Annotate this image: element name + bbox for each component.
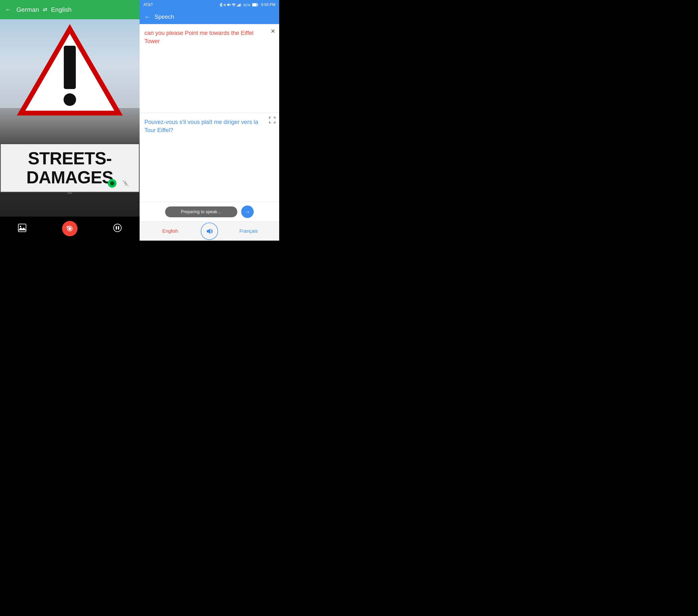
svg-point-3 <box>20 226 21 227</box>
source-language-tab[interactable]: English <box>140 222 201 241</box>
battery-label: 91% <box>243 3 250 7</box>
source-language-label[interactable]: German <box>16 6 39 13</box>
back-button-left[interactable]: ← <box>5 6 12 13</box>
speaker-icon <box>206 227 213 235</box>
preparing-to-speak-pill: Preparing to speak… <box>165 207 237 217</box>
gallery-button[interactable] <box>18 224 27 234</box>
svg-rect-9 <box>118 226 119 229</box>
nfc-icon: N <box>224 3 226 7</box>
next-arrow-icon: → <box>245 208 250 215</box>
svg-rect-19 <box>252 4 256 6</box>
left-header: ← German ⇄ English <box>0 0 140 19</box>
battery-icon <box>252 3 258 6</box>
svg-point-6 <box>68 227 71 230</box>
speak-bar: Preparing to speak… → <box>140 202 279 221</box>
exclamation-bar <box>64 46 76 89</box>
svg-marker-4 <box>18 227 26 230</box>
sign-line2: DAMAGES <box>26 168 113 187</box>
back-button-right[interactable]: ← <box>144 13 151 21</box>
svg-rect-2 <box>18 224 26 232</box>
svg-rect-14 <box>238 5 238 6</box>
camera-overlay-icons <box>108 179 130 188</box>
language-selector-bar: English Français <box>140 221 279 241</box>
wifi-icon <box>232 3 236 6</box>
target-language-label[interactable]: English <box>51 6 71 13</box>
svg-rect-20 <box>257 4 258 5</box>
exclamation-dot <box>64 93 76 106</box>
camera-mode-icon[interactable] <box>108 179 116 188</box>
camera-controls-bar <box>0 216 140 241</box>
svg-point-7 <box>114 224 121 232</box>
carrier-label: AT&T <box>143 3 153 7</box>
svg-rect-8 <box>116 226 117 229</box>
next-button[interactable]: → <box>241 206 254 218</box>
capture-button[interactable] <box>62 221 78 236</box>
camera-view: STREETS- DAMAGES <box>0 19 140 216</box>
bluetooth-icon <box>219 3 223 7</box>
flash-off-icon[interactable] <box>121 179 130 188</box>
exclamation-mark <box>64 46 76 106</box>
translation-text: Pouvez-vous s'il vous plaît me diriger v… <box>144 118 275 134</box>
left-panel: ← German ⇄ English STREETS- DAMAGES <box>0 0 140 241</box>
sign-line1: STREETS- <box>28 149 112 168</box>
speech-header: ← Speech <box>140 10 279 24</box>
green-dot-inner <box>110 181 114 185</box>
status-bar: AT&T N <box>140 0 279 10</box>
svg-point-12 <box>234 6 234 7</box>
expand-button[interactable] <box>269 117 275 125</box>
svg-rect-15 <box>239 4 239 6</box>
fullscreen-icon <box>269 117 275 123</box>
svg-rect-13 <box>237 5 238 6</box>
connectivity-icons: N <box>219 3 241 7</box>
status-right-icons: N <box>219 3 275 7</box>
mute-icon <box>227 3 231 7</box>
close-button[interactable]: ✕ <box>270 28 275 34</box>
signal-icon <box>237 3 241 6</box>
time-label: 9:58 PM <box>261 3 275 7</box>
source-text-area: can you please Point me towards the Eiff… <box>140 24 279 113</box>
svg-rect-17 <box>241 3 241 6</box>
target-language-tab[interactable]: Français <box>218 222 279 241</box>
right-panel: AT&T N <box>140 0 279 241</box>
svg-rect-16 <box>240 4 240 6</box>
translation-area: Pouvez-vous s'il vous plaît me diriger v… <box>140 113 279 202</box>
page-title: Speech <box>154 13 174 20</box>
swap-languages-icon[interactable]: ⇄ <box>43 6 47 13</box>
pause-button[interactable] <box>113 224 122 234</box>
speaker-button[interactable] <box>201 223 218 240</box>
source-text: can you please Point me towards the Eiff… <box>144 29 275 45</box>
